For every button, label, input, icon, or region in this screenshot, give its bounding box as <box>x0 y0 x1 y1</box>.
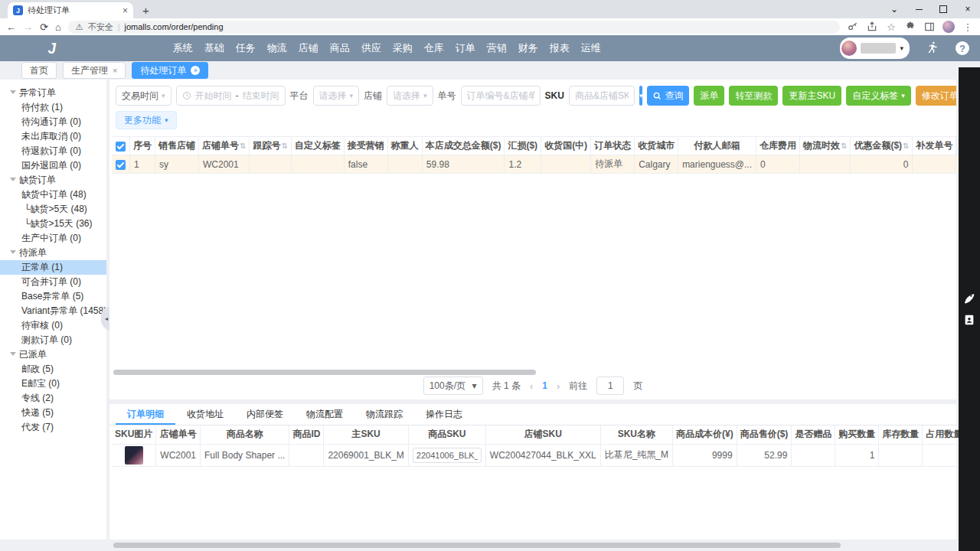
sidebar-item-可合并订单 (0)[interactable]: 可合并订单 (0) <box>0 275 106 289</box>
page-tab-生产管理[interactable]: 生产管理× <box>63 62 126 79</box>
more-functions-button[interactable]: 更多功能 ▾ <box>116 111 177 129</box>
goto-page-input[interactable] <box>596 377 624 395</box>
time-type-select[interactable]: 交易时间 ▾ <box>116 86 172 106</box>
detail-tab-内部便签[interactable]: 内部便签 <box>235 404 295 425</box>
nav-item-财务[interactable]: 财务 <box>518 41 538 55</box>
prev-page-button[interactable]: ‹ <box>530 380 533 392</box>
bookmark-star-icon[interactable]: ☆ <box>885 21 897 33</box>
sidebar-item-生产中订单 (0)[interactable]: 生产中订单 (0) <box>0 231 106 246</box>
back-button[interactable]: ← <box>6 22 16 32</box>
sidebar-item-待退款订单 (0)[interactable]: 待退款订单 (0) <box>0 144 106 158</box>
page-size-select[interactable]: 100条/页 ▾ <box>423 377 483 395</box>
sku-thumbnail[interactable] <box>125 446 143 465</box>
detail-tab-订单明细[interactable]: 订单明细 <box>116 404 175 425</box>
sidebar-item-测款订单 (0)[interactable]: 测款订单 (0) <box>0 333 106 347</box>
next-page-button[interactable]: › <box>557 380 560 392</box>
column-header-店铺单号[interactable]: 店铺单号⇅ <box>199 137 250 155</box>
nav-item-报表[interactable]: 报表 <box>550 41 570 55</box>
sidebar-item-正常单 (1)[interactable]: 正常单 (1) <box>0 260 106 275</box>
address-bar[interactable]: ⚠ 不安全 | jomalls.com/order/pending <box>68 21 840 34</box>
checkbox-checked-icon[interactable] <box>116 160 126 170</box>
sidebar-item-国外退回单 (0)[interactable]: 国外退回单 (0) <box>0 158 106 173</box>
sidebar-item-└缺货>15天 (36)[interactable]: └缺货>15天 (36) <box>0 217 106 231</box>
sidebar-item-缺货中订单 (48)[interactable]: 缺货中订单 (48) <box>0 187 106 202</box>
home-button[interactable]: ⌂ <box>55 22 61 32</box>
new-tab-button[interactable]: + <box>142 3 149 18</box>
column-header-跟踪号[interactable]: 跟踪号⇅ <box>250 137 291 155</box>
browser-menu-icon[interactable]: ⋮ <box>962 21 974 33</box>
order-no-input[interactable] <box>461 86 541 106</box>
password-key-icon[interactable] <box>847 21 859 33</box>
page-tab-首页[interactable]: 首页 <box>21 62 57 79</box>
horizontal-scrollbar[interactable] <box>113 370 536 375</box>
window-maximize-button[interactable] <box>931 0 956 18</box>
current-page[interactable]: 1 <box>542 380 547 391</box>
nav-item-商品[interactable]: 商品 <box>330 41 350 55</box>
logout-runner-icon[interactable] <box>926 41 939 56</box>
product-sku-input[interactable] <box>413 448 482 463</box>
forward-button[interactable]: → <box>23 22 33 32</box>
window-minimize-button[interactable] <box>906 0 931 18</box>
nav-item-运维[interactable]: 运维 <box>581 41 601 55</box>
column-header-物流时效[interactable]: 物流时效⇅ <box>800 137 851 155</box>
page-tab-待处理订单[interactable]: 待处理订单× <box>132 62 208 79</box>
help-icon[interactable]: ? <box>956 41 969 55</box>
window-close-button[interactable]: × <box>956 0 980 18</box>
page-horizontal-scrollbar[interactable] <box>113 543 841 548</box>
sort-icon[interactable]: ⇅ <box>240 142 246 150</box>
sidebar-item-└缺货>5天 (48)[interactable]: └缺货>5天 (48) <box>0 202 106 217</box>
platform-select[interactable]: 请选择 ▾ <box>313 86 360 106</box>
sort-icon[interactable]: ⇅ <box>281 142 287 150</box>
detail-tab-物流跟踪[interactable]: 物流跟踪 <box>354 404 414 425</box>
sidebar-group-异常订单[interactable]: 异常订单 <box>0 86 106 100</box>
nav-item-营销[interactable]: 营销 <box>487 41 507 55</box>
search-button[interactable]: 查询 <box>647 86 689 106</box>
detail-tab-收货地址[interactable]: 收货地址 <box>175 404 235 425</box>
browser-profile-avatar[interactable] <box>942 21 955 33</box>
checkbox-checked-icon[interactable] <box>116 142 126 152</box>
sidebar-item-待付款 (1)[interactable]: 待付款 (1) <box>0 100 106 115</box>
nav-item-店铺[interactable]: 店铺 <box>299 41 318 55</box>
app-logo[interactable]: J <box>48 39 57 57</box>
detail-tab-物流配置[interactable]: 物流配置 <box>295 404 354 425</box>
nav-item-仓库[interactable]: 仓库 <box>424 41 444 55</box>
reload-button[interactable]: ⟳ <box>40 22 48 32</box>
tab-close-icon[interactable]: × <box>122 6 128 15</box>
sidebar-item-专线 (2)[interactable]: 专线 (2) <box>0 391 106 406</box>
detail-tab-操作日志[interactable]: 操作日志 <box>414 404 474 425</box>
custom-tag-button[interactable]: 自定义标签 ▾ <box>846 86 911 106</box>
nav-item-供应[interactable]: 供应 <box>361 41 381 55</box>
sort-icon[interactable]: ⇅ <box>841 142 847 150</box>
share-icon[interactable] <box>866 21 878 33</box>
contacts-icon[interactable] <box>963 314 975 329</box>
sidebar-group-已派单[interactable]: 已派单 <box>0 347 106 362</box>
update-main-sku-button[interactable]: 更新主SKU <box>782 86 841 106</box>
nav-item-物流[interactable]: 物流 <box>267 41 287 55</box>
date-range-input[interactable]: 开始时间 - 结束时间 <box>176 86 286 106</box>
modify-order-button[interactable]: 修改订单 <box>916 86 956 106</box>
sort-icon[interactable]: ⇅ <box>903 142 909 150</box>
rocket-icon[interactable] <box>962 291 976 308</box>
sidebar-item-E邮宝 (0)[interactable]: E邮宝 (0) <box>0 377 106 391</box>
sidebar-group-缺货订单[interactable]: 缺货订单 <box>0 173 106 187</box>
select-all-checkbox-cell[interactable] <box>112 137 130 155</box>
nav-item-基础[interactable]: 基础 <box>204 41 224 55</box>
tab-search-icon[interactable]: ⌄ <box>882 0 906 18</box>
close-icon[interactable]: × <box>113 67 117 75</box>
close-icon[interactable]: × <box>191 66 200 75</box>
row-checkbox-cell[interactable] <box>112 155 130 174</box>
sidebar-item-待沟通订单 (0)[interactable]: 待沟通订单 (0) <box>0 115 106 129</box>
sidebar-item-待审核 (0)[interactable]: 待审核 (0) <box>0 318 106 333</box>
search-options-dropdown[interactable]: ▾ <box>639 86 643 106</box>
to-test-button[interactable]: 转至测款 <box>729 86 778 106</box>
sku-input[interactable] <box>569 86 635 106</box>
extensions-puzzle-icon[interactable] <box>904 21 916 33</box>
sidebar-item-快递 (5)[interactable]: 快递 (5) <box>0 406 106 420</box>
sidebar-item-代发 (7)[interactable]: 代发 (7) <box>0 420 106 435</box>
sidebar-item-Variant异常单 (1458)[interactable]: Variant异常单 (1458) <box>0 304 106 318</box>
side-panel-icon[interactable] <box>923 21 936 33</box>
nav-item-系统[interactable]: 系统 <box>173 41 193 55</box>
browser-tab[interactable]: J 待处理订单 × <box>8 2 133 18</box>
sidebar-item-Base异常单 (5)[interactable]: Base异常单 (5) <box>0 289 106 304</box>
column-header-优惠金额($)[interactable]: 优惠金额($)⇅ <box>851 137 913 155</box>
